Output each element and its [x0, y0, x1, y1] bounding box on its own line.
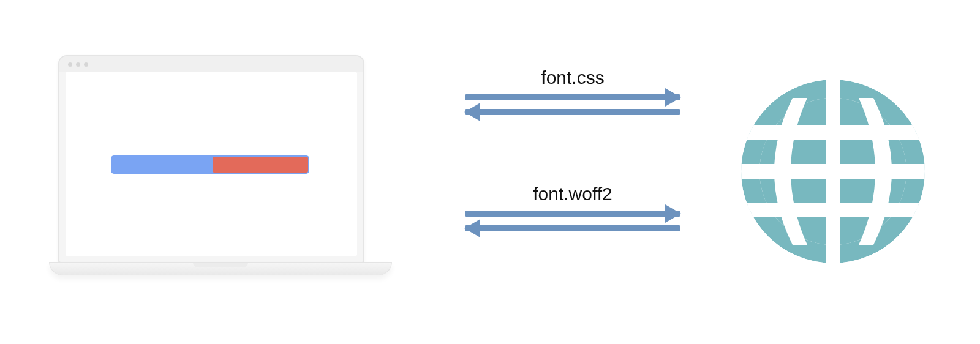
arrow-right-icon	[466, 211, 680, 217]
progress-bar	[111, 155, 309, 174]
progress-fill	[213, 157, 308, 173]
window-dot-icon	[76, 62, 80, 67]
laptop	[49, 55, 374, 300]
laptop-base	[49, 262, 392, 275]
laptop-screen-frame	[58, 55, 364, 263]
window-dot-icon	[84, 62, 88, 67]
laptop-viewport	[66, 72, 357, 256]
request-label: font.woff2	[466, 184, 680, 204]
window-dot-icon	[68, 62, 72, 67]
browser-chrome	[59, 56, 363, 72]
arrow-right-icon	[466, 94, 680, 100]
request-font-woff2: font.woff2	[466, 184, 680, 231]
arrow-left-icon	[466, 109, 680, 115]
arrow-left-icon	[466, 225, 680, 231]
request-label: font.css	[466, 67, 680, 88]
globe-icon	[741, 80, 925, 263]
laptop-notch	[193, 263, 248, 267]
svg-rect-7	[826, 80, 840, 263]
request-font-css: font.css	[466, 67, 680, 115]
